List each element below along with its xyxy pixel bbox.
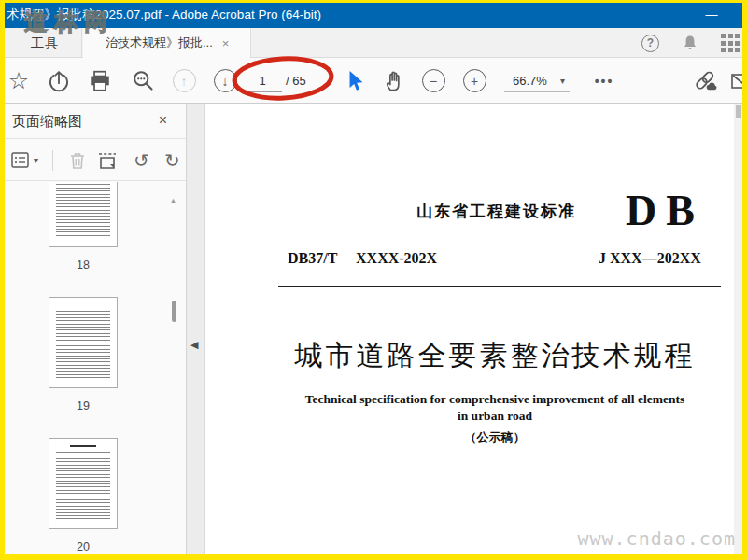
panel-splitter[interactable]: ◀ xyxy=(187,104,205,560)
select-tool-button[interactable] xyxy=(342,58,368,104)
document-scrollbar[interactable] xyxy=(734,104,742,554)
tab-document[interactable]: 治技术规程》报批... × xyxy=(83,28,251,58)
delete-pages-button[interactable] xyxy=(69,139,86,181)
thumbnail-page-18[interactable]: 18 xyxy=(49,182,118,272)
star-icon: ☆ xyxy=(8,69,29,92)
page-19-preview xyxy=(49,297,118,388)
document-scrollbar-thumb[interactable] xyxy=(736,105,741,118)
share-icon xyxy=(47,69,71,93)
acrobat-window: 术规程》报批稿2025.07.pdf - Adobe Acrobat Pro (… xyxy=(0,0,747,560)
thumbnail-list: 18 19 20 xyxy=(0,182,166,560)
main-toolbar: ☆ ↑ ↓ 1 xyxy=(0,58,747,104)
link-cloud-icon xyxy=(693,69,719,93)
share-link-button[interactable] xyxy=(691,58,721,104)
page-18-label: 18 xyxy=(77,259,90,272)
sign-request-button[interactable] xyxy=(731,58,747,104)
tab-bar: 工具 治技术规程》报批... × ? xyxy=(0,28,747,58)
favorites-button[interactable]: ☆ xyxy=(6,58,32,104)
title-bar: 术规程》报批稿2025.07.pdf - Adobe Acrobat Pro (… xyxy=(0,0,747,28)
header-rule xyxy=(278,286,721,287)
rotate-ccw-button[interactable]: ↺ xyxy=(134,139,149,181)
minimize-button[interactable]: — xyxy=(693,0,730,28)
draft-note: （公示稿） xyxy=(243,429,734,446)
page-19-label: 19 xyxy=(77,399,90,413)
standard-code-right: J XXX—202XX xyxy=(599,250,701,267)
rotate-ccw-icon: ↺ xyxy=(134,149,149,172)
thumbnails-panel: 页面缩略图 × ▾ xyxy=(0,104,187,560)
share-button[interactable] xyxy=(45,58,73,104)
db-mark: DB xyxy=(626,186,704,235)
options-list-icon xyxy=(11,152,29,168)
panel-scrollbar-thumb[interactable] xyxy=(172,301,176,322)
thumbnail-options-button[interactable]: ▾ xyxy=(11,139,38,181)
previous-page-button[interactable]: ↑ xyxy=(171,58,197,104)
more-tools-button[interactable]: ••• xyxy=(590,58,618,104)
separator xyxy=(52,150,53,171)
tab-close-icon[interactable]: × xyxy=(222,36,230,50)
help-button[interactable]: ? xyxy=(641,35,659,52)
arrow-up-icon: ↑ xyxy=(181,74,188,89)
chevron-down-icon: ▾ xyxy=(560,76,565,86)
apps-grid-icon[interactable] xyxy=(721,34,740,52)
print-button[interactable] xyxy=(86,58,114,104)
insert-page-icon xyxy=(97,151,118,170)
bell-icon xyxy=(682,35,698,51)
chevron-down-icon: ▾ xyxy=(34,155,38,165)
zoom-out-button[interactable]: − xyxy=(420,58,446,104)
trash-icon xyxy=(69,151,86,170)
hand-icon xyxy=(382,68,404,93)
collapse-panel-icon[interactable]: ◀ xyxy=(190,339,198,351)
panel-close-icon[interactable]: × xyxy=(159,112,167,129)
panel-title: 页面缩略图 xyxy=(12,113,82,131)
rotate-cw-icon: ↻ xyxy=(164,149,180,172)
document-title-cn: 城市道路全要素整治技术规程 xyxy=(243,337,734,375)
notifications-button[interactable] xyxy=(682,35,698,51)
help-icon: ? xyxy=(647,36,654,49)
panel-scroll-up-arrow[interactable]: ▲ xyxy=(169,196,177,205)
zoom-level-select[interactable]: 66.7% ▾ xyxy=(504,69,570,92)
tab-tools[interactable]: 工具 xyxy=(7,28,82,58)
zoom-level-value: 66.7% xyxy=(513,74,547,88)
next-page-button[interactable]: ↓ xyxy=(212,58,238,104)
ellipsis-icon: ••• xyxy=(595,74,614,89)
tab-document-label: 治技术规程》报批... xyxy=(106,35,213,51)
zoom-in-button[interactable]: + xyxy=(461,58,487,104)
page-18-preview xyxy=(49,182,118,247)
plus-icon: + xyxy=(471,74,478,89)
minimize-icon: — xyxy=(706,7,718,21)
tab-tools-label: 工具 xyxy=(31,35,58,52)
printer-icon xyxy=(88,69,112,93)
rotate-cw-button[interactable]: ↻ xyxy=(164,139,180,181)
page-20-label: 20 xyxy=(77,540,90,553)
envelope-icon xyxy=(731,72,747,91)
insert-pages-button[interactable] xyxy=(97,139,118,181)
arrow-down-icon: ↓ xyxy=(222,74,229,89)
hand-tool-button[interactable] xyxy=(379,58,407,104)
thumbnail-page-20[interactable]: 20 xyxy=(49,438,118,553)
standard-code-left: DB37/T XXXX-202X xyxy=(288,250,437,267)
page-total-label: / 65 xyxy=(286,69,306,92)
search-icon xyxy=(131,68,156,93)
page-number-input[interactable]: 1 xyxy=(243,69,282,92)
document-page[interactable]: 山东省工程建设标准 DB DB37/T XXXX-202X J XXX—202X… xyxy=(205,104,734,560)
window-title: 术规程》报批稿2025.07.pdf - Adobe Acrobat Pro (… xyxy=(7,7,321,23)
search-button[interactable] xyxy=(129,58,157,104)
thumbnail-page-19[interactable]: 19 xyxy=(49,297,118,413)
document-title-en-line2: in urban road xyxy=(243,409,734,424)
standard-header: 山东省工程建设标准 xyxy=(416,201,576,222)
page-20-preview xyxy=(49,438,118,529)
document-title-en-line1: Technical specification for comprehensiv… xyxy=(243,392,734,407)
minus-icon: − xyxy=(430,74,437,89)
cursor-icon xyxy=(345,70,365,92)
